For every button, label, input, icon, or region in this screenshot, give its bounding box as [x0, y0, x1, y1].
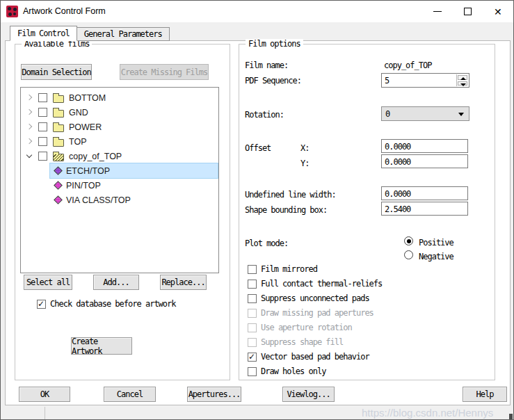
- film-mirrored-row[interactable]: Film mirrored: [241, 264, 317, 275]
- checkbox-top[interactable]: [38, 137, 47, 146]
- tree-row-via-class-top[interactable]: VIA CLASS/TOP: [21, 193, 218, 207]
- suppress-shape-fill-checkbox: [248, 338, 257, 347]
- domain-selection-button[interactable]: Domain Selection: [21, 64, 92, 80]
- draw-holes-only-checkbox[interactable]: [248, 367, 257, 376]
- expander-icon[interactable]: [26, 95, 32, 101]
- offset-y-input[interactable]: [382, 156, 467, 168]
- ok-button[interactable]: OK: [19, 387, 70, 402]
- screenshot-artifact-line: [45, 407, 45, 420]
- apertures-button[interactable]: Apertures...: [187, 387, 241, 402]
- check-database-checkbox[interactable]: [37, 300, 46, 309]
- film-options-group: Film options Film name: copy_of_TOP PDF …: [239, 44, 495, 380]
- pdf-sequence-spinner: [456, 74, 468, 86]
- spin-down-button[interactable]: [458, 81, 467, 86]
- tree-label: VIA CLASS/TOP: [66, 195, 131, 205]
- rotation-dropdown[interactable]: 0: [381, 106, 469, 121]
- titlebar[interactable]: Artwork Control Form ✕: [1, 1, 513, 22]
- spin-up-button[interactable]: [458, 75, 467, 80]
- create-missing-films-button[interactable]: Create Missing Films: [120, 64, 209, 80]
- tab-general-parameters[interactable]: General Parameters: [77, 27, 170, 41]
- offset-x-field: [381, 139, 468, 153]
- tabstrip: Film Control General Parameters: [10, 26, 170, 41]
- tree-row-top[interactable]: TOP: [21, 134, 218, 149]
- tree-row-pin-top[interactable]: PIN/TOP: [21, 178, 218, 193]
- full-contact-thermal-reliefs-checkbox[interactable]: [248, 280, 257, 289]
- use-aperture-rotation-label: Use aperture rotation: [261, 323, 352, 332]
- layer-diamond-icon: [54, 166, 63, 175]
- create-artwork-button[interactable]: Create Artwork: [71, 337, 132, 355]
- undefined-line-width-input[interactable]: [382, 188, 467, 200]
- draw-missing-pad-apertures-row: Draw missing pad apertures: [241, 307, 374, 318]
- expander-icon[interactable]: [26, 124, 32, 130]
- screenshot-artifact-corner: [509, 414, 513, 419]
- tree-label: BOTTOM: [69, 93, 106, 103]
- vector-based-pad-behavior-checkbox[interactable]: [248, 353, 257, 362]
- tree-row-etch-top[interactable]: ETCH/TOP: [21, 163, 218, 178]
- use-aperture-rotation-checkbox: [248, 323, 257, 332]
- checkbox-copy-of-top[interactable]: [38, 152, 47, 161]
- suppress-unconnected-pads-checkbox[interactable]: [248, 294, 257, 303]
- suppress-unconnected-pads-row[interactable]: Suppress unconnected pads: [241, 293, 369, 304]
- maximize-button[interactable]: [453, 1, 483, 22]
- film-name-value: copy_of_TOP: [384, 60, 431, 70]
- film-name-label: Film name:: [245, 60, 288, 70]
- offset-x-input[interactable]: [382, 140, 467, 153]
- film-options-title: Film options: [246, 39, 303, 49]
- offset-y-field: [381, 154, 468, 168]
- tree-label: POWER: [69, 122, 102, 132]
- minimize-button[interactable]: [423, 1, 452, 22]
- undefined-line-width-field: [381, 186, 468, 200]
- suppress-shape-fill-row: Suppress shape fill: [241, 337, 343, 348]
- tree-row-power[interactable]: POWER: [21, 120, 218, 134]
- check-database-row[interactable]: Check database before artwork: [31, 298, 176, 309]
- checkbox-gnd[interactable]: [38, 108, 47, 117]
- spin-down-icon: [460, 83, 466, 86]
- close-icon: ✕: [494, 6, 502, 17]
- folder-icon: [53, 139, 64, 147]
- cancel-button[interactable]: Cancel: [104, 387, 156, 402]
- csdn-watermark: https://blog.csdn.net/Hennys: [362, 407, 493, 419]
- viewlog-button[interactable]: Viewlog...: [282, 387, 335, 402]
- offset-y-label: Y:: [300, 159, 309, 168]
- checkbox-power[interactable]: [38, 122, 47, 131]
- rotation-label: Rotation:: [245, 110, 284, 120]
- film-tree[interactable]: BOTTOM GND POWER TOP: [20, 87, 219, 273]
- tree-row-gnd[interactable]: GND: [21, 105, 218, 120]
- film-mirrored-checkbox[interactable]: [248, 265, 257, 274]
- window-title: Artwork Control Form: [23, 6, 106, 16]
- allegro-app-icon: [6, 6, 18, 17]
- folder-icon: [53, 95, 64, 103]
- offset-x-label: X:: [300, 143, 309, 153]
- spin-up-icon: [460, 77, 466, 80]
- available-films-group: Available films Domain Selection Create …: [15, 44, 230, 380]
- tree-label: ETCH/TOP: [66, 166, 110, 176]
- folder-icon: [53, 110, 64, 118]
- maximize-icon: [464, 8, 472, 15]
- close-button[interactable]: ✕: [484, 1, 513, 22]
- tree-row-bottom[interactable]: BOTTOM: [21, 90, 218, 105]
- tree-row-copy-of-top[interactable]: copy_of_TOP: [21, 149, 218, 163]
- tab-general-parameters-label: General Parameters: [84, 29, 162, 39]
- expander-icon[interactable]: [26, 139, 32, 145]
- vector-based-pad-behavior-row[interactable]: Vector based pad behavior: [241, 351, 369, 362]
- add-button[interactable]: Add...: [93, 275, 139, 290]
- expander-open-icon[interactable]: [26, 154, 32, 159]
- checkbox-bottom[interactable]: [38, 93, 47, 102]
- plot-mode-negative-radio[interactable]: [404, 250, 413, 259]
- draw-holes-only-row[interactable]: Draw holes only: [241, 366, 326, 377]
- offset-label: Offset: [245, 143, 271, 153]
- full-contact-thermal-reliefs-row[interactable]: Full contact thermal-reliefs: [241, 278, 382, 289]
- help-button[interactable]: Help: [463, 387, 507, 402]
- tab-film-control[interactable]: Film Control: [10, 26, 77, 41]
- layer-diamond-icon: [54, 195, 63, 204]
- pdf-sequence-field: [381, 73, 469, 88]
- dropdown-arrow-icon: [458, 113, 464, 116]
- draw-missing-pad-apertures-checkbox: [248, 309, 257, 318]
- shape-bounding-box-input[interactable]: [382, 203, 467, 216]
- plot-mode-positive-radio[interactable]: [404, 236, 413, 245]
- vector-based-pad-behavior-label: Vector based pad behavior: [261, 352, 369, 362]
- draw-missing-pad-apertures-label: Draw missing pad apertures: [261, 308, 374, 318]
- select-all-button[interactable]: Select all: [24, 275, 72, 290]
- expander-icon[interactable]: [26, 110, 32, 115]
- replace-button[interactable]: Replace...: [160, 275, 207, 290]
